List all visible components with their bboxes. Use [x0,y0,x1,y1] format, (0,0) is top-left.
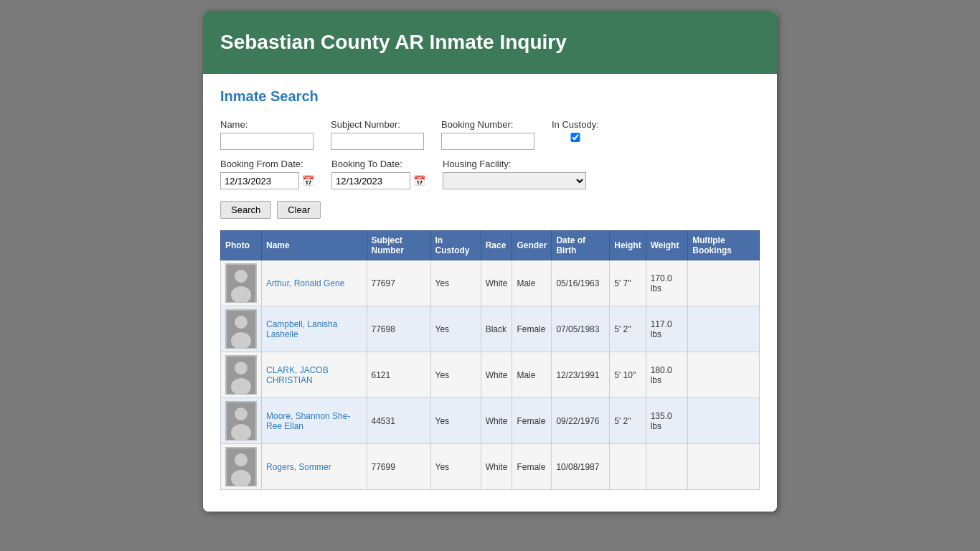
button-row: Search Clear [220,201,760,219]
in-custody-cell: Yes [430,444,481,490]
name-cell: Campbell, Lanisha Lashelle [262,306,367,352]
gender-cell: Female [512,398,552,444]
booking-to-date-wrap: 📅 [331,172,425,189]
subject-number-cell: 77697 [367,260,430,306]
col-name: Name [262,231,367,260]
in-custody-checkbox[interactable] [552,133,599,142]
booking-to-label: Booking To Date: [331,159,425,169]
booking-from-input[interactable] [220,172,299,189]
subject-number-cell: 77698 [367,306,430,352]
table-row: Arthur, Ronald Gene77697YesWhiteMale05/1… [221,260,760,306]
housing-facility-field-group: Housing Facility: [443,159,586,189]
multiple-bookings-cell [688,352,760,398]
inmate-photo [225,309,257,349]
photo-cell [221,444,262,490]
height-cell: 5' 2" [610,306,646,352]
name-field-group: Name: [220,119,314,150]
col-height: Height [610,231,646,260]
booking-to-calendar-icon[interactable]: 📅 [413,175,425,187]
name-cell: Arthur, Ronald Gene [262,260,367,306]
inmate-name-link[interactable]: Rogers, Sommer [266,462,331,472]
col-weight: Weight [646,231,688,260]
booking-from-date-wrap: 📅 [220,172,314,189]
race-cell: White [481,444,512,490]
race-cell: Black [481,306,512,352]
svg-point-10 [235,408,248,420]
table-row: Moore, Shannon She-Ree Ellan44531YesWhit… [221,398,760,444]
inmate-photo [225,447,257,486]
booking-number-label: Booking Number: [441,119,534,130]
height-cell [610,444,646,490]
inmate-name-link[interactable]: Campbell, Lanisha Lashelle [266,319,337,339]
table-row: Campbell, Lanisha Lashelle77698YesBlackF… [221,306,760,352]
booking-from-label: Booking From Date: [220,159,314,169]
weight-cell: 135.0 lbs [646,398,688,444]
in-custody-cell: Yes [430,306,481,352]
col-gender: Gender [512,231,552,260]
dob-cell: 10/08/1987 [552,444,610,490]
in-custody-field-group: In Custody: [552,119,599,142]
subject-number-field-group: Subject Number: [331,119,424,150]
in-custody-cell: Yes [430,398,481,444]
housing-facility-label: Housing Facility: [443,159,586,169]
booking-from-field-group: Booking From Date: 📅 [220,159,314,189]
col-multiple-bookings: Multiple Bookings [688,231,760,260]
inmate-photo [225,401,257,441]
weight-cell: 180.0 lbs [646,352,688,398]
subject-number-cell: 44531 [367,398,430,444]
subject-number-input[interactable] [331,133,424,150]
in-custody-cell: Yes [430,352,481,398]
inmate-name-link[interactable]: Moore, Shannon She-Ree Ellan [266,411,350,431]
multiple-bookings-cell [688,398,760,444]
race-cell: White [481,260,512,306]
height-cell: 5' 2" [610,398,646,444]
clear-button[interactable]: Clear [277,201,321,219]
weight-cell: 170.0 lbs [646,260,688,306]
height-cell: 5' 10" [610,352,646,398]
form-row-2: Booking From Date: 📅 Booking To Date: 📅 … [220,159,760,189]
booking-number-field-group: Booking Number: [441,119,534,150]
table-body: Arthur, Ronald Gene77697YesWhiteMale05/1… [221,260,760,490]
gender-cell: Male [512,260,552,306]
svg-point-1 [235,270,248,283]
main-container: Sebastian County AR Inmate Inquiry Inmat… [203,11,777,512]
photo-cell [221,352,262,398]
multiple-bookings-cell [688,444,760,490]
svg-point-7 [235,362,248,375]
in-custody-cell: Yes [430,260,481,306]
inmate-photo [225,355,257,395]
col-subject-number: Subject Number [367,231,430,260]
name-input[interactable] [220,133,314,150]
search-form: Name: Subject Number: Booking Number: In… [220,119,760,189]
inmate-name-link[interactable]: Arthur, Ronald Gene [266,278,344,288]
inmate-name-link[interactable]: CLARK, JACOB CHRISTIAN [266,365,329,385]
name-label: Name: [220,119,314,130]
svg-point-4 [235,316,248,329]
weight-cell: 117.0 lbs [646,306,688,352]
table-row: CLARK, JACOB CHRISTIAN6121YesWhiteMale12… [221,352,760,398]
housing-facility-select[interactable] [443,172,586,189]
svg-point-13 [235,453,248,466]
booking-to-input[interactable] [331,172,410,189]
results-table: Photo Name Subject Number In Custody Rac… [220,230,760,490]
col-dob: Date of Birth [552,231,610,260]
height-cell: 5' 7" [610,260,646,306]
photo-cell [221,398,262,444]
col-in-custody: In Custody [430,231,481,260]
page-header: Sebastian County AR Inmate Inquiry [203,11,777,74]
col-race: Race [481,231,512,260]
booking-number-input[interactable] [441,133,534,150]
gender-cell: Female [512,306,552,352]
page-title: Inmate Search [220,88,760,105]
booking-to-field-group: Booking To Date: 📅 [331,159,425,189]
booking-from-calendar-icon[interactable]: 📅 [302,175,314,187]
race-cell: White [481,398,512,444]
name-cell: CLARK, JACOB CHRISTIAN [262,352,367,398]
form-row-1: Name: Subject Number: Booking Number: In… [220,119,760,150]
subject-number-cell: 77699 [367,444,430,490]
dob-cell: 07/05/1983 [552,306,610,352]
col-photo: Photo [221,231,262,260]
search-button[interactable]: Search [220,201,271,219]
in-custody-label: In Custody: [552,119,599,130]
photo-cell [221,306,262,352]
